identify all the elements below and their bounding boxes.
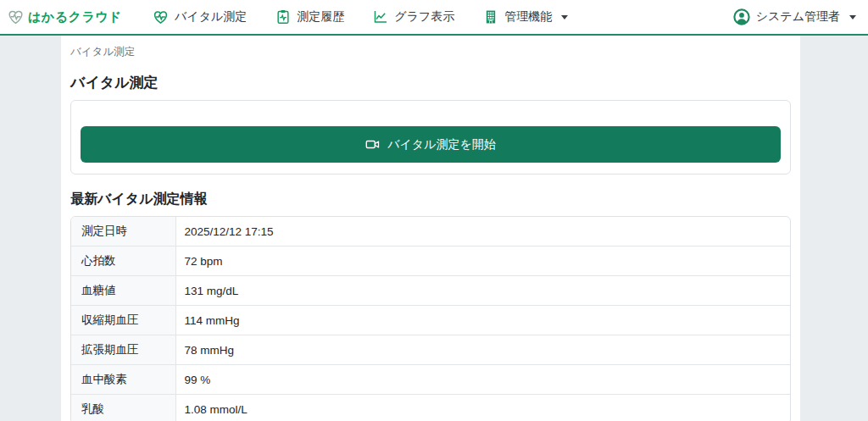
chevron-down-icon (849, 15, 856, 19)
vitals-table-row: 血糖値 131 mg/dL (71, 276, 790, 306)
clipboard-pulse-icon (275, 9, 291, 25)
vital-value: 72 bpm (175, 247, 790, 276)
vitals-table-row: 拡張期血圧 78 mmHg (71, 335, 790, 365)
vital-label: 血糖値 (71, 276, 175, 306)
user-name: システム管理者 (756, 9, 840, 25)
nav-label: 測定履歴 (297, 9, 344, 25)
brand-name: はかるクラウド (28, 9, 122, 25)
nav-label: グラフ表示 (394, 9, 454, 25)
start-measurement-button[interactable]: バイタル測定を開始 (81, 126, 781, 163)
chevron-down-icon (561, 15, 568, 19)
vital-label: 拡張期血圧 (71, 335, 175, 365)
vital-label: 測定日時 (71, 217, 175, 247)
vital-label: 心拍数 (71, 247, 175, 276)
user-circle-icon (733, 8, 750, 25)
video-camera-icon (365, 137, 380, 152)
vitals-table-body: 測定日時 2025/12/12 17:15 心拍数 72 bpm 血糖値 131… (71, 217, 790, 421)
nav-item-graph-display[interactable]: グラフ表示 (373, 9, 454, 25)
main-nav: バイタル測定 測定履歴 グラフ表示 (153, 9, 568, 25)
building-icon (483, 9, 498, 25)
nav-label: 管理機能 (504, 9, 552, 25)
vitals-table-row: 乳酸 1.08 mmol/L (71, 395, 790, 421)
vital-value: 1.08 mmol/L (175, 395, 790, 421)
vitals-table-row: 収縮期血圧 114 mmHg (71, 306, 790, 335)
vital-value: 114 mmHg (175, 306, 790, 335)
nav-item-admin-functions[interactable]: 管理機能 (483, 9, 568, 25)
content-panel: バイタル測定 バイタル測定 バイタル測定を開始 最新バイタル測定情報 測定日時 … (61, 36, 800, 421)
vitals-table: 測定日時 2025/12/12 17:15 心拍数 72 bpm 血糖値 131… (70, 216, 791, 421)
breadcrumb: バイタル測定 (70, 43, 791, 59)
vital-label: 収縮期血圧 (71, 306, 175, 335)
vital-value: 2025/12/12 17:15 (175, 217, 790, 247)
brand-logo[interactable]: はかるクラウド (7, 8, 122, 26)
nav-item-vital-measurement[interactable]: バイタル測定 (153, 9, 247, 25)
vitals-table-row: 測定日時 2025/12/12 17:15 (71, 217, 790, 247)
vital-value: 131 mg/dL (175, 276, 790, 306)
vital-value: 99 % (175, 365, 790, 395)
user-menu[interactable]: システム管理者 (733, 8, 856, 25)
start-button-label: バイタル測定を開始 (387, 137, 496, 152)
brand-heart-pulse-icon (7, 8, 25, 26)
vital-value: 78 mmHg (175, 335, 790, 365)
vital-label: 血中酸素 (71, 365, 175, 395)
page-background: バイタル測定 バイタル測定 バイタル測定を開始 最新バイタル測定情報 測定日時 … (0, 36, 868, 421)
latest-vitals-section-title: 最新バイタル測定情報 (70, 191, 791, 208)
top-nav-bar: はかるクラウド バイタル測定 測定履歴 (0, 0, 868, 36)
page-title: バイタル測定 (70, 73, 791, 92)
vitals-table-row: 血中酸素 99 % (71, 365, 790, 395)
nav-item-measurement-history[interactable]: 測定履歴 (275, 9, 344, 25)
line-chart-icon (373, 9, 388, 25)
vital-label: 乳酸 (71, 395, 175, 421)
vitals-table-row: 心拍数 72 bpm (71, 247, 790, 276)
nav-label: バイタル測定 (175, 9, 247, 25)
heart-pulse-icon (153, 9, 169, 25)
start-measurement-card: バイタル測定を開始 (70, 100, 791, 174)
